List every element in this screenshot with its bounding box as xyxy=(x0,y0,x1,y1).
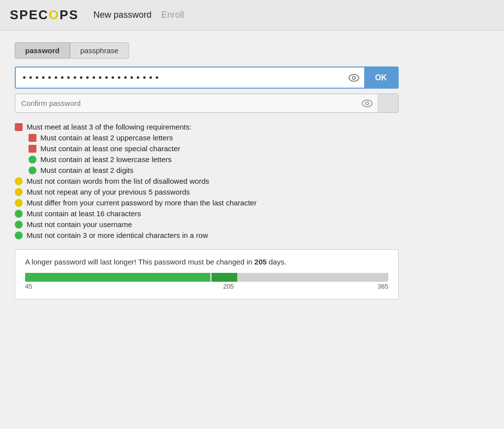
req-item-no-identical: Must not contain 3 or more identical cha… xyxy=(15,231,428,239)
tab-password[interactable]: password xyxy=(15,42,70,59)
tab-passphrase[interactable]: passphrase xyxy=(70,42,129,59)
req-differ-indicator xyxy=(15,199,23,207)
progress-labels: 45 205 365 xyxy=(25,283,388,290)
svg-point-1 xyxy=(352,76,355,79)
ok-button[interactable]: OK xyxy=(364,67,398,88)
progress-label-min: 45 xyxy=(25,283,32,290)
progress-track xyxy=(25,273,388,282)
password-requirements: Must meet at least 3 of the following re… xyxy=(15,123,428,239)
req-uppercase-indicator xyxy=(29,134,36,142)
progress-label-max: 365 xyxy=(378,283,388,290)
req-item-differ-current: Must differ from your current password b… xyxy=(15,198,428,207)
requirements-header: Must meet at least 3 of the following re… xyxy=(15,123,428,131)
nav-new-password[interactable]: New password xyxy=(94,10,152,20)
logo-dots: O xyxy=(49,7,60,22)
confirm-toggle-visibility-button[interactable] xyxy=(357,94,378,112)
app-header: SPECOPS New password Enroll xyxy=(0,0,504,31)
req-disallowed-indicator xyxy=(15,177,23,185)
app-logo: SPECOPS xyxy=(10,7,79,23)
req-special-indicator xyxy=(29,145,36,153)
lifetime-text: A longer password will last longer! This… xyxy=(25,258,388,266)
svg-point-2 xyxy=(362,100,372,107)
info-text-before: A longer password will last longer! This… xyxy=(25,258,254,266)
main-content: password passphrase OK Must meet at leas xyxy=(0,31,443,311)
svg-point-0 xyxy=(349,74,359,81)
req-previous-text: Must not repeat any of your previous 5 p… xyxy=(27,188,190,196)
svg-point-3 xyxy=(366,102,369,105)
req-special-text: Must contain at least one special charac… xyxy=(40,144,180,153)
nav-enroll[interactable]: Enroll xyxy=(161,10,184,20)
req-item-lowercase: Must contain at least 2 lowercase letter… xyxy=(29,155,428,164)
req-digits-indicator xyxy=(29,166,36,174)
req-lowercase-indicator xyxy=(29,156,36,164)
password-toggle-visibility-button[interactable] xyxy=(344,67,364,88)
confirm-password-row xyxy=(15,94,399,113)
info-text-after: days. xyxy=(267,258,286,266)
confirm-password-input[interactable] xyxy=(15,94,357,112)
progress-fill-secondary xyxy=(212,273,237,282)
req-lowercase-text: Must contain at least 2 lowercase letter… xyxy=(40,155,172,164)
req-uppercase-text: Must contain at least 2 uppercase letter… xyxy=(40,133,173,142)
req-min-length-indicator xyxy=(15,210,23,218)
req-digits-text: Must contain at least 2 digits xyxy=(40,166,133,174)
password-lifetime-info: A longer password will last longer! This… xyxy=(15,249,399,299)
progress-label-mid: 205 xyxy=(223,283,234,290)
confirm-ok-area xyxy=(378,94,398,112)
password-lifetime-progress: 45 205 365 xyxy=(25,273,388,290)
req-no-username-indicator xyxy=(15,221,23,229)
info-days-value: 205 xyxy=(254,258,267,266)
req-item-no-username: Must not contain your username xyxy=(15,220,428,229)
req-no-username-text: Must not contain your username xyxy=(27,220,132,229)
progress-fill-main xyxy=(25,273,210,282)
req-item-uppercase: Must contain at least 2 uppercase letter… xyxy=(29,133,428,142)
req-item-digits: Must contain at least 2 digits xyxy=(29,166,428,174)
req-item-min-length: Must contain at least 16 characters xyxy=(15,209,428,218)
requirements-header-text: Must meet at least 3 of the following re… xyxy=(27,123,191,131)
main-nav: New password Enroll xyxy=(94,10,184,20)
password-input-row: OK xyxy=(15,66,399,89)
req-min-length-text: Must contain at least 16 characters xyxy=(27,209,141,218)
req-header-indicator xyxy=(15,123,23,131)
req-item-previous-passwords: Must not repeat any of your previous 5 p… xyxy=(15,188,428,196)
req-item-disallowed-words: Must not contain words from the list of … xyxy=(15,177,428,185)
req-previous-indicator xyxy=(15,188,23,196)
password-input[interactable] xyxy=(16,67,344,88)
input-type-tabs: password passphrase xyxy=(15,42,428,59)
req-differ-text: Must differ from your current password b… xyxy=(27,198,256,207)
req-item-special: Must contain at least one special charac… xyxy=(29,144,428,153)
req-no-identical-indicator xyxy=(15,231,23,239)
req-no-identical-text: Must not contain 3 or more identical cha… xyxy=(27,231,208,239)
req-disallowed-text: Must not contain words from the list of … xyxy=(27,177,209,185)
